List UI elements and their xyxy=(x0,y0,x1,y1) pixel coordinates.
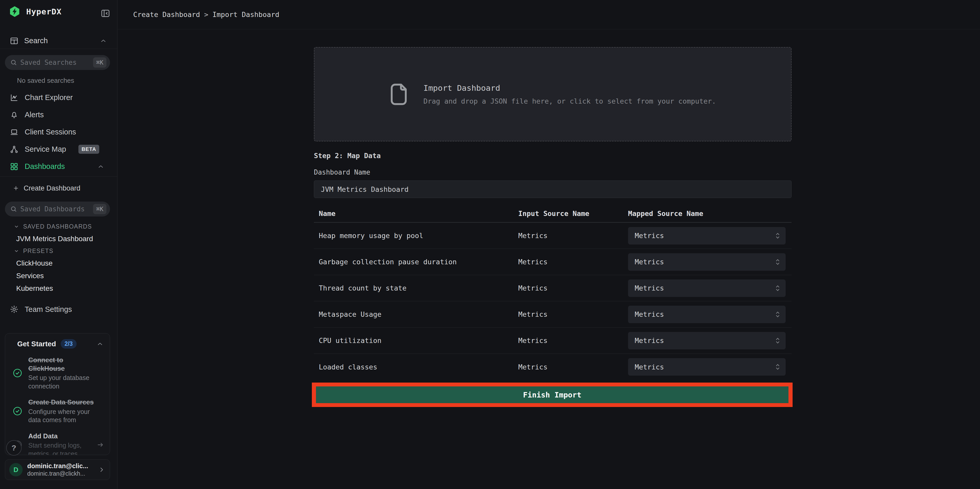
select-chevrons-icon xyxy=(775,258,780,266)
hyperdx-app: HyperDX Search ⌘K No saved searches xyxy=(0,0,980,489)
select-value: Metrics xyxy=(635,363,664,371)
create-dashboard-button[interactable]: Create Dashboard xyxy=(0,180,117,196)
row-input-source: Metrics xyxy=(518,284,628,292)
select-chevrons-icon xyxy=(775,363,780,371)
service-map-icon xyxy=(10,145,19,154)
get-started-tasks: Connect to ClickHouse Set up your databa… xyxy=(5,351,110,455)
sidebar-item-client-sessions[interactable]: Client Sessions xyxy=(0,123,117,141)
logo: HyperDX xyxy=(9,6,62,18)
select-value: Metrics xyxy=(635,232,664,240)
task-add-data[interactable]: Add Data Start sending logs, metrics, or… xyxy=(12,432,104,455)
sidebar-item-service-map[interactable]: Service Map BETA xyxy=(0,141,117,158)
row-input-source: Metrics xyxy=(518,232,628,240)
dashboard-item-jvm-metrics[interactable]: JVM Metrics Dashboard xyxy=(0,233,117,245)
create-dashboard-label: Create Dashboard xyxy=(24,184,81,192)
mapped-source-select[interactable]: Metrics xyxy=(628,227,786,244)
table-row: Loaded classes Metrics Metrics xyxy=(314,354,792,380)
mapped-source-select[interactable]: Metrics xyxy=(628,306,786,323)
table-row: Garbage collection pause duration Metric… xyxy=(314,249,792,275)
preset-item-services[interactable]: Services xyxy=(0,269,117,282)
select-chevrons-icon xyxy=(775,337,780,344)
saved-dashboards-search[interactable]: ⌘K xyxy=(5,202,110,217)
search-icon xyxy=(10,59,17,66)
task-create-data-sources[interactable]: Create Data Sources Configure where your… xyxy=(12,398,104,424)
avatar: D xyxy=(9,463,22,476)
sidebar-item-label: Dashboards xyxy=(25,162,65,171)
chevron-up-icon xyxy=(96,341,103,347)
row-name: Heap memory usage by pool xyxy=(314,232,518,240)
dashboards-grid-icon xyxy=(10,162,19,171)
mapped-source-select[interactable]: Metrics xyxy=(628,332,786,349)
saved-dashboards-section-header[interactable]: SAVED DASHBOARDS xyxy=(0,221,117,233)
breadcrumb: Create Dashboard>Import Dashboard xyxy=(133,11,279,19)
row-input-source: Metrics xyxy=(518,363,628,371)
preset-item-kubernetes[interactable]: Kubernetes xyxy=(0,282,117,295)
finish-import-button[interactable]: Finish Import xyxy=(316,386,789,403)
select-value: Metrics xyxy=(635,258,664,266)
task-connect-clickhouse[interactable]: Connect to ClickHouse Set up your databa… xyxy=(12,356,104,390)
get-started-title: Get Started xyxy=(17,340,56,348)
chevron-up-icon xyxy=(100,37,107,45)
task-title: Connect to ClickHouse xyxy=(28,356,97,373)
saved-dashboards-input[interactable] xyxy=(20,205,90,213)
select-value: Metrics xyxy=(635,310,664,318)
check-circle-icon xyxy=(12,406,22,416)
saved-searches-input[interactable] xyxy=(20,59,90,66)
highlight-annotation: Finish Import xyxy=(312,382,792,407)
dashboard-name-input[interactable] xyxy=(314,180,792,198)
chart-explorer-icon xyxy=(10,93,19,102)
presets-section-header[interactable]: PRESETS xyxy=(0,245,117,257)
import-dropzone[interactable]: Import Dashboard Drag and drop a JSON fi… xyxy=(314,47,792,142)
task-title: Add Data xyxy=(28,432,91,440)
sidebar-collapse-icon[interactable] xyxy=(100,8,111,19)
mapped-source-select[interactable]: Metrics xyxy=(628,253,786,271)
sidebar-item-chart-explorer[interactable]: Chart Explorer xyxy=(0,89,117,106)
top-bar: Create Dashboard>Import Dashboard xyxy=(118,0,980,29)
column-header-input-source: Input Source Name xyxy=(518,210,628,218)
sidebar: HyperDX Search ⌘K No saved searches xyxy=(0,0,118,489)
task-title: Create Data Sources xyxy=(28,398,97,406)
sidebar-section-search[interactable]: Search xyxy=(0,33,117,49)
table-row: CPU utilization Metrics Metrics xyxy=(314,328,792,354)
column-header-mapped-source: Mapped Source Name xyxy=(628,210,792,218)
breadcrumb-separator: > xyxy=(204,11,208,19)
gear-icon xyxy=(10,305,19,314)
chevron-down-icon xyxy=(13,248,19,254)
table-row: Thread count by state Metrics Metrics xyxy=(314,275,792,301)
main-area: Create Dashboard>Import Dashboard Import… xyxy=(118,0,980,489)
table-header: Name Input Source Name Mapped Source Nam… xyxy=(314,205,792,223)
mapped-source-select[interactable]: Metrics xyxy=(628,358,786,376)
sidebar-item-label: Alerts xyxy=(25,111,44,119)
mapped-source-select[interactable]: Metrics xyxy=(628,279,786,297)
select-chevrons-icon xyxy=(775,232,780,240)
app-title: HyperDX xyxy=(26,7,62,16)
row-name: Garbage collection pause duration xyxy=(314,258,518,266)
beta-badge: BETA xyxy=(78,145,99,154)
saved-searches-search[interactable]: ⌘K xyxy=(5,55,110,70)
sidebar-item-label: Client Sessions xyxy=(25,128,76,136)
help-button[interactable]: ? xyxy=(6,440,22,456)
select-chevrons-icon xyxy=(775,284,780,292)
laptop-icon xyxy=(10,128,19,137)
sidebar-item-alerts[interactable]: Alerts xyxy=(0,106,117,123)
select-chevrons-icon xyxy=(775,311,780,318)
file-icon xyxy=(390,83,408,106)
row-name: Thread count by state xyxy=(314,284,518,292)
no-saved-searches-text: No saved searches xyxy=(17,76,74,84)
preset-item-label: ClickHouse xyxy=(16,259,53,268)
progress-badge: 2/3 xyxy=(60,339,76,349)
get-started-header[interactable]: Get Started 2/3 xyxy=(5,333,110,351)
preset-item-clickhouse[interactable]: ClickHouse xyxy=(0,257,117,269)
sidebar-item-label: Chart Explorer xyxy=(25,93,73,102)
row-name: Metaspace Usage xyxy=(314,310,518,318)
row-input-source: Metrics xyxy=(518,258,628,266)
row-input-source: Metrics xyxy=(518,336,628,344)
dashboard-name-label: Dashboard Name xyxy=(314,169,370,176)
sidebar-item-team-settings[interactable]: Team Settings xyxy=(0,301,117,317)
breadcrumb-create-dashboard[interactable]: Create Dashboard xyxy=(133,11,200,19)
row-name: CPU utilization xyxy=(314,336,518,344)
user-menu[interactable]: D dominic.tran@clic... dominic.tran@clic… xyxy=(5,459,110,480)
search-icon xyxy=(10,205,17,213)
search-section-label: Search xyxy=(24,37,48,45)
sidebar-item-dashboards[interactable]: Dashboards xyxy=(0,158,117,175)
